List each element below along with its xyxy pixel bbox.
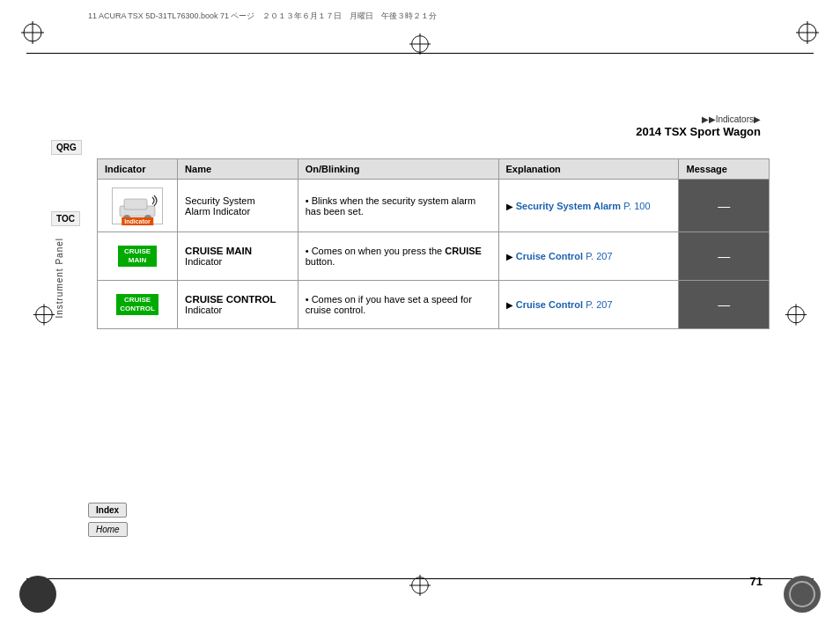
registration-mark-tr — [794, 19, 821, 46]
cruise-main-name-bold: CRUISE MAIN — [185, 246, 252, 256]
qrg-button[interactable]: QRG — [51, 140, 82, 155]
cruise-main-name-normal: Indicator — [185, 256, 222, 267]
corner-circle-br-inner — [789, 581, 815, 607]
security-name-text: Security SystemAlarm Indicator — [185, 195, 254, 217]
cruise-main-indicator-cell: CRUISEMAIN — [98, 232, 178, 281]
home-button[interactable]: Home — [88, 522, 128, 537]
cruise-control-name-bold: CRUISE CONTROL — [185, 294, 276, 305]
registration-mark-bc — [408, 573, 432, 600]
cruise-main-explanation-cell: ▶ Cruise Control P. 207 — [498, 232, 679, 281]
cruise-main-badge-container: CRUISEMAIN — [118, 246, 157, 268]
breadcrumb: ▶▶Indicators▶ — [702, 114, 761, 124]
cruise-control-blinking-text: • Comes on if you have set a speed for c… — [306, 294, 491, 315]
cruise-main-message-dash: — — [718, 249, 730, 263]
corner-circle-bl — [19, 576, 56, 613]
cruise-main-message-cell: — — [679, 232, 770, 281]
security-link[interactable]: Security System Alarm P. 100 — [516, 201, 651, 211]
index-button[interactable]: Index — [88, 503, 127, 518]
cruise-main-name-cell: CRUISE MAIN Indicator — [178, 232, 298, 281]
cruise-control-indicator-cell: CRUISECONTROL — [98, 281, 178, 329]
cruise-control-message-dash: — — [718, 298, 730, 312]
corner-circle-br — [784, 576, 821, 613]
table-row: CRUISECONTROL CRUISE CONTROL Indicator •… — [98, 281, 770, 329]
security-link-arrow: ▶ — [506, 202, 513, 211]
registration-mark-lc — [32, 303, 56, 330]
cruise-main-onblinking-cell: • Comes on when you press the CRUISE but… — [298, 232, 498, 281]
cruise-control-badge: CRUISECONTROL — [116, 294, 158, 316]
security-onblinking-cell: • Blinks when the security system alarm … — [298, 180, 498, 232]
col-header-message: Message — [679, 159, 770, 180]
security-blinking-text: • Blinks when the security system alarm … — [306, 195, 491, 217]
security-indicator-icon: Indicator — [112, 187, 163, 224]
cruise-control-badge-container: CRUISECONTROL — [116, 294, 158, 316]
col-header-explanation: Explanation — [498, 159, 679, 180]
security-explanation-cell: ▶ Security System Alarm P. 100 — [498, 180, 679, 232]
security-message-dash: — — [718, 199, 730, 213]
file-info: 11 ACURA TSX 5D-31TL76300.book 71 ページ ２０… — [88, 11, 437, 22]
cruise-main-link-arrow: ▶ — [506, 252, 513, 261]
cruise-main-blinking-text: • Comes on when you press the CRUISE but… — [306, 246, 491, 267]
registration-mark-tl — [19, 19, 46, 46]
cruise-control-link-arrow: ▶ — [506, 300, 513, 310]
svg-rect-7 — [124, 199, 147, 209]
security-name-cell: Security SystemAlarm Indicator — [178, 180, 298, 232]
security-indicator-cell: Indicator — [98, 180, 178, 232]
col-header-onblinking: On/Blinking — [298, 159, 498, 180]
security-message-cell: — — [679, 180, 770, 232]
col-header-indicator: Indicator — [98, 159, 178, 180]
registration-mark-tc — [408, 32, 432, 59]
table-row: CRUISEMAIN CRUISE MAIN Indicator • Comes… — [98, 232, 770, 281]
table-row: Indicator Security SystemAlarm Indicator… — [98, 180, 770, 232]
cruise-control-message-cell: — — [679, 281, 770, 329]
cruise-control-name-normal: Indicator — [185, 305, 222, 315]
indicator-badge: Indicator — [122, 217, 153, 225]
cruise-control-name-cell: CRUISE CONTROL Indicator — [178, 281, 298, 329]
page-title: 2014 TSX Sport Wagon — [636, 125, 761, 138]
cruise-control-onblinking-cell: • Comes on if you have set a speed for c… — [298, 281, 498, 329]
page-number: 71 — [750, 575, 763, 588]
cruise-main-badge: CRUISEMAIN — [118, 246, 157, 268]
indicators-table: Indicator Name On/Blinking Explanation M… — [97, 158, 770, 329]
cruise-main-link[interactable]: Cruise Control P. 207 — [516, 251, 613, 261]
col-header-name: Name — [178, 159, 298, 180]
registration-mark-rc — [784, 303, 808, 330]
cruise-control-explanation-cell: ▶ Cruise Control P. 207 — [498, 281, 679, 329]
cruise-control-link[interactable]: Cruise Control P. 207 — [516, 299, 613, 310]
toc-button[interactable]: TOC — [51, 211, 80, 226]
